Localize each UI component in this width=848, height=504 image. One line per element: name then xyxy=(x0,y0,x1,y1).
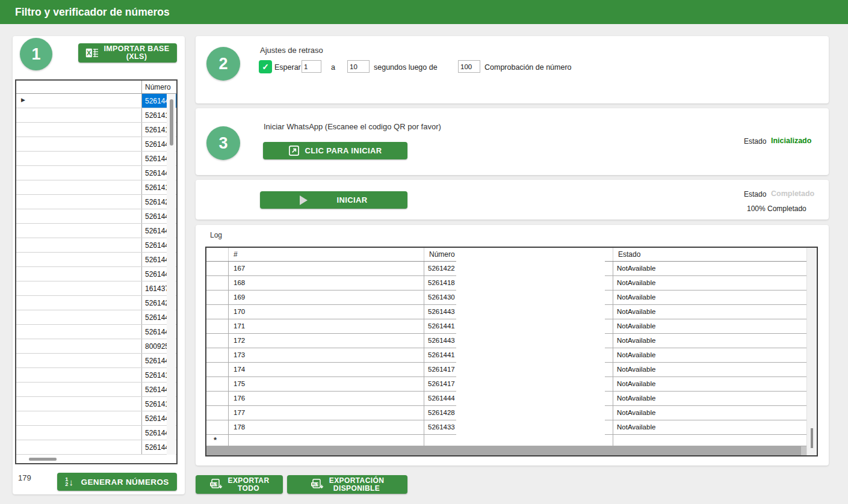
log-horizontal-scrollbar-thumb[interactable] xyxy=(206,446,801,455)
row-header-cell xyxy=(16,325,141,339)
log-status-cell: NotAvailable xyxy=(613,305,817,319)
row-header-cell xyxy=(16,166,141,180)
row-header-cell xyxy=(16,123,141,137)
grid-row[interactable]: 526141 xyxy=(16,180,176,195)
numbers-grid-horizontal-scrollbar[interactable] xyxy=(17,455,166,463)
step3-panel: 3 Iniciar WhatsApp (Escanee el codigo QR… xyxy=(196,108,829,175)
log-row-header-cell xyxy=(206,420,229,434)
app-title: Filtro y verificador de números xyxy=(15,0,170,24)
grid-row[interactable]: 526144 xyxy=(16,383,176,397)
launch-icon xyxy=(288,145,300,156)
progress-text: 100% Completado xyxy=(747,204,806,213)
grid-row[interactable]: 526141 xyxy=(16,108,176,123)
log-row-header-cell xyxy=(206,348,229,362)
log-index-cell: 177 xyxy=(229,406,424,420)
row-header-cell xyxy=(16,224,141,238)
grid-row[interactable]: 526144 xyxy=(16,440,176,455)
log-estado-column-header[interactable]: Estado xyxy=(613,248,817,261)
export-all-label: EXPORTAR TODO xyxy=(228,477,270,493)
log-row-header-cell xyxy=(206,319,229,333)
new-row-indicator: * xyxy=(214,435,217,444)
log-index-cell: 170 xyxy=(229,305,424,319)
range-separator-label: a xyxy=(331,63,335,72)
row-header-cell xyxy=(16,440,141,454)
log-row-header-cell xyxy=(206,262,229,275)
log-index-cell: 167 xyxy=(229,262,424,275)
log-row-header-cell xyxy=(206,392,229,405)
import-base-button[interactable]: X IMPORTAR BASE (XLS) xyxy=(78,43,177,63)
grid-row[interactable]: 526144 xyxy=(16,426,176,440)
horizontal-scrollbar-thumb[interactable] xyxy=(29,458,57,461)
grid-row[interactable]: 526144 xyxy=(16,325,176,339)
row-header-cell xyxy=(16,296,141,310)
generate-numbers-button[interactable]: 12↓ GENERAR NÚMEROS xyxy=(57,473,177,491)
numbers-grid: Número ▶52614452614152614152614452614452… xyxy=(15,79,178,464)
generate-numbers-label: GENERAR NÚMEROS xyxy=(81,478,169,486)
whatsapp-start-heading: Iniciar WhatsApp (Escanee el codigo QR p… xyxy=(264,122,441,131)
grid-row[interactable]: 526144 xyxy=(16,411,176,426)
vertical-scrollbar-thumb[interactable] xyxy=(170,99,173,146)
wait-min-input[interactable] xyxy=(302,60,321,73)
click-to-start-label: CLIC PARA INICIAR xyxy=(305,147,382,155)
grid-row[interactable]: 526144 xyxy=(16,209,176,224)
row-header-column xyxy=(16,81,141,93)
log-row-header-column xyxy=(206,248,229,261)
export-all-button[interactable]: XLS EXPORTAR TODO xyxy=(196,475,283,494)
row-header-cell xyxy=(16,339,141,353)
whatsapp-status-label: Estado xyxy=(744,137,766,146)
log-row-header-cell xyxy=(206,305,229,319)
numbers-grid-vertical-scrollbar[interactable] xyxy=(167,94,176,455)
row-header-cell xyxy=(16,253,141,266)
log-index-cell: 176 xyxy=(229,392,424,405)
log-index-cell: 169 xyxy=(229,290,424,304)
click-to-start-button[interactable]: CLIC PARA INICIAR xyxy=(263,142,407,159)
log-index-column-header[interactable]: # xyxy=(229,248,424,261)
row-header-cell xyxy=(16,310,141,324)
row-header-cell xyxy=(16,180,141,194)
grid-row[interactable]: ▶526144 xyxy=(16,94,176,108)
row-header-cell xyxy=(16,281,141,295)
numbers-grid-header: Número xyxy=(16,81,176,94)
grid-row[interactable]: 526144 xyxy=(16,166,176,180)
numero-column-header[interactable]: Número xyxy=(141,81,176,93)
grid-row[interactable]: 526144 xyxy=(16,354,176,368)
log-status-cell: NotAvailable xyxy=(613,392,817,405)
step4-panel: INICIAR Estado Completado 100% Completad… xyxy=(196,180,829,220)
numbers-grid-body: ▶526144526141526141526144526144526144526… xyxy=(16,94,176,455)
grid-row[interactable]: 526142 xyxy=(16,195,176,209)
step2-badge: 2 xyxy=(206,47,240,81)
grid-row[interactable]: 526142 xyxy=(16,296,176,310)
grid-row[interactable]: 526141 xyxy=(16,368,176,383)
svg-text:X: X xyxy=(87,49,92,57)
log-row-header-cell xyxy=(206,363,229,376)
grid-row[interactable]: 526141 xyxy=(16,123,176,137)
grid-row[interactable]: 161437 xyxy=(16,281,176,296)
wait-label: Esperar xyxy=(274,63,301,72)
export-available-button[interactable]: XLS EXPORTACIÓN DISPONIBLE xyxy=(287,475,407,494)
wait-max-input[interactable] xyxy=(347,60,370,73)
log-vertical-scrollbar-thumb[interactable] xyxy=(811,428,813,448)
log-status-cell: NotAvailable xyxy=(613,290,817,304)
grid-row[interactable]: 526144 xyxy=(16,253,176,267)
redacted-area xyxy=(456,253,605,445)
grid-row[interactable]: 800925 xyxy=(16,339,176,354)
grid-row[interactable]: 526144 xyxy=(16,224,176,238)
log-status-cell: NotAvailable xyxy=(613,406,817,420)
grid-row[interactable]: 526144 xyxy=(16,238,176,253)
log-row-header-cell xyxy=(206,290,229,304)
step1-panel: 1 X IMPORTAR BASE (XLS) xyxy=(13,36,185,494)
batch-count-input[interactable] xyxy=(458,60,480,73)
log-vertical-scrollbar[interactable] xyxy=(806,248,817,455)
svg-text:XLS: XLS xyxy=(211,482,218,486)
log-index-cell: 173 xyxy=(229,348,424,362)
grid-row[interactable]: 526141 xyxy=(16,397,176,411)
wait-checkbox[interactable]: ✓ xyxy=(259,60,272,73)
grid-row[interactable]: 526144 xyxy=(16,137,176,152)
log-horizontal-scrollbar[interactable] xyxy=(206,446,807,455)
row-selector-icon: ▶ xyxy=(21,97,25,103)
grid-row[interactable]: 526144 xyxy=(16,310,176,325)
start-button[interactable]: INICIAR xyxy=(260,191,407,209)
grid-row[interactable]: 526144 xyxy=(16,267,176,281)
start-label: INICIAR xyxy=(336,196,367,204)
grid-row[interactable]: 526144 xyxy=(16,152,176,166)
